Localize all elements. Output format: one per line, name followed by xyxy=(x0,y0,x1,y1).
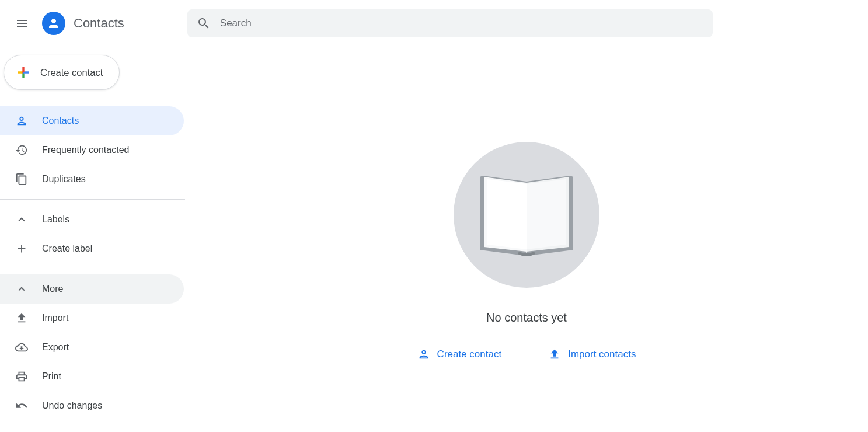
upload-icon xyxy=(15,312,28,325)
sidebar-item-label: Import xyxy=(42,313,68,323)
app-brand: Contacts xyxy=(42,12,124,35)
action-label: Import contacts xyxy=(568,349,636,360)
sidebar-item-contacts[interactable]: Contacts xyxy=(0,106,184,135)
sidebar: Create contact Contacts Frequently conta… xyxy=(0,47,185,432)
search-input[interactable] xyxy=(220,18,703,29)
plus-icon xyxy=(15,242,28,255)
print-icon xyxy=(15,370,28,383)
search-icon xyxy=(197,16,211,30)
sidebar-item-print[interactable]: Print xyxy=(0,362,184,391)
sidebar-item-label: Contacts xyxy=(42,116,79,126)
menu-icon xyxy=(15,16,29,30)
open-book-icon xyxy=(471,165,582,264)
sidebar-labels-header[interactable]: Labels xyxy=(0,205,184,234)
sidebar-item-label: Frequently contacted xyxy=(42,145,129,155)
empty-state-illustration xyxy=(454,142,599,288)
duplicates-icon xyxy=(15,173,28,186)
sidebar-item-duplicates[interactable]: Duplicates xyxy=(0,165,184,194)
empty-state: No contacts yet Create contact Import co… xyxy=(417,142,636,361)
main-content: No contacts yet Create contact Import co… xyxy=(185,47,868,432)
sidebar-item-create-label[interactable]: Create label xyxy=(0,234,184,263)
sidebar-item-label: Export xyxy=(42,342,69,353)
undo-icon xyxy=(15,399,28,412)
chevron-up-icon xyxy=(15,213,28,226)
empty-state-title: No contacts yet xyxy=(486,311,567,325)
plus-multicolor-icon xyxy=(15,64,32,81)
create-contact-label: Create contact xyxy=(40,67,103,78)
app-title: Contacts xyxy=(74,16,124,31)
history-icon xyxy=(15,144,28,156)
sidebar-item-undo-changes[interactable]: Undo changes xyxy=(0,391,184,420)
cloud-download-icon xyxy=(15,341,28,354)
person-outline-icon xyxy=(15,114,28,127)
sidebar-item-import[interactable]: Import xyxy=(0,304,184,333)
empty-create-contact-button[interactable]: Create contact xyxy=(417,348,502,361)
search-box[interactable] xyxy=(187,9,713,37)
divider xyxy=(0,269,185,269)
person-icon xyxy=(47,16,61,30)
sidebar-item-label: More xyxy=(42,284,63,294)
chevron-up-icon xyxy=(15,283,28,295)
sidebar-item-frequently-contacted[interactable]: Frequently contacted xyxy=(0,135,184,165)
upload-icon xyxy=(548,348,561,361)
sidebar-item-label: Labels xyxy=(42,214,69,225)
search-container xyxy=(187,9,713,37)
sidebar-item-label: Print xyxy=(42,371,61,382)
sidebar-item-label: Create label xyxy=(42,243,92,254)
empty-import-contacts-button[interactable]: Import contacts xyxy=(548,348,636,361)
sidebar-item-export[interactable]: Export xyxy=(0,333,184,362)
divider xyxy=(0,426,185,426)
person-outline-icon xyxy=(417,348,430,361)
app-logo xyxy=(42,12,65,35)
main-menu-button[interactable] xyxy=(8,9,36,37)
sidebar-item-label: Undo changes xyxy=(42,400,102,411)
create-contact-button[interactable]: Create contact xyxy=(4,55,120,90)
empty-state-actions: Create contact Import contacts xyxy=(417,348,636,361)
sidebar-more-header[interactable]: More xyxy=(0,274,184,304)
sidebar-item-label: Duplicates xyxy=(42,174,86,184)
top-bar: Contacts xyxy=(0,0,868,47)
action-label: Create contact xyxy=(437,349,502,360)
divider xyxy=(0,199,185,200)
